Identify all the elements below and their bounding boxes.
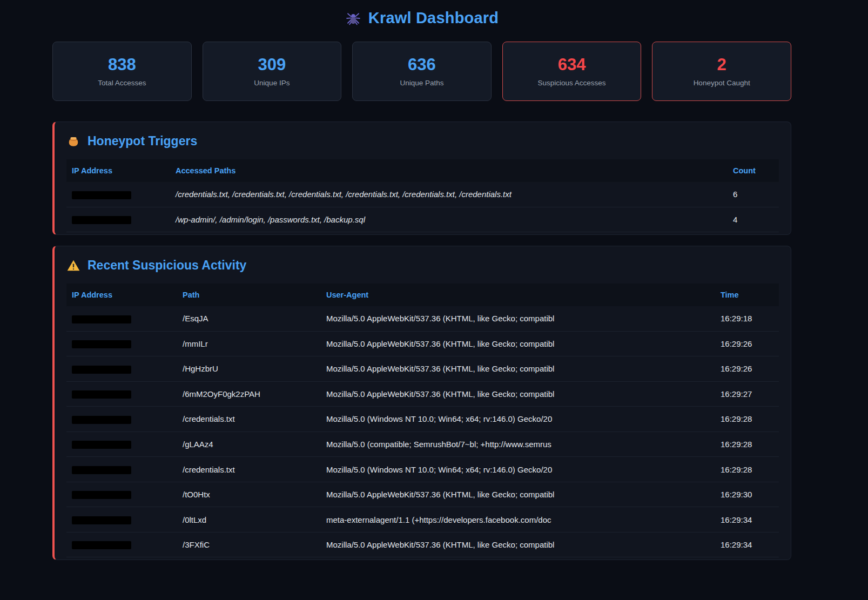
honeypot-table-header: IP Address Accessed Paths Count (66, 159, 779, 182)
suspicious-user-agent-cell: Mozilla/5.0 AppleWebKit/537.36 (KHTML, l… (321, 381, 715, 407)
suspicious-activity-table: IP Address Path User-Agent Time /EsqJA M… (66, 284, 779, 557)
stat-value: 2 (717, 56, 726, 73)
suspicious-panel-title: Recent Suspicious Activity (66, 258, 779, 273)
suspicious-activity-row: /HgHzbrU Mozilla/5.0 AppleWebKit/537.36 … (66, 356, 779, 382)
suspicious-activity-row: /EsqJA Mozilla/5.0 AppleWebKit/537.36 (K… (66, 306, 779, 331)
suspicious-col-path: Path (177, 284, 321, 306)
page-header: Krawl Dashboard (52, 0, 791, 27)
suspicious-ip-cell (66, 381, 177, 407)
honeypot-count-cell: 4 (728, 207, 779, 232)
suspicious-path-cell: /credentials.txt (177, 407, 321, 432)
redacted-ip-bar (72, 441, 131, 449)
suspicious-activity-row: /mmILr Mozilla/5.0 AppleWebKit/537.36 (K… (66, 331, 779, 356)
redacted-ip-bar (72, 466, 131, 474)
suspicious-ip-cell (66, 306, 177, 331)
suspicious-path-cell: /3FXfiC (177, 532, 321, 557)
stat-label: Total Accesses (98, 79, 146, 87)
page-title: Krawl Dashboard (368, 9, 499, 27)
suspicious-activity-row: /tO0Htx Mozilla/5.0 AppleWebKit/537.36 (… (66, 482, 779, 507)
stat-value: 636 (408, 56, 436, 73)
honeypot-paths-cell: /credentials.txt, /credentials.txt, /cre… (170, 182, 728, 207)
suspicious-time-cell: 16:29:26 (715, 331, 779, 356)
suspicious-path-cell: /mmILr (177, 331, 321, 356)
honeypot-table-body: /credentials.txt, /credentials.txt, /cre… (66, 182, 779, 232)
suspicious-table-body: /EsqJA Mozilla/5.0 AppleWebKit/537.36 (K… (66, 306, 779, 557)
stat-card: 2 Honeypot Caught (652, 42, 791, 101)
honeypot-col-count: Count (728, 159, 779, 182)
honeypot-count-cell: 6 (728, 182, 779, 207)
stats-row: 838 Total Accesses 309 Unique IPs 636 Un… (52, 42, 791, 101)
suspicious-path-cell: /credentials.txt (177, 457, 321, 482)
honeypot-row: /wp-admin/, /admin/login, /passwords.txt… (66, 207, 779, 232)
suspicious-ip-cell (66, 407, 177, 432)
suspicious-user-agent-cell: Mozilla/5.0 (compatible; SemrushBot/7~bl… (321, 432, 715, 457)
suspicious-activity-row: /0ltLxd meta-externalagent/1.1 (+https:/… (66, 507, 779, 532)
honeypot-icon (66, 134, 80, 149)
honeypot-col-accessed-paths: Accessed Paths (170, 159, 728, 182)
suspicious-user-agent-cell: Mozilla/5.0 (Windows NT 10.0; Win64; x64… (321, 407, 715, 432)
redacted-ip-bar (72, 191, 131, 199)
suspicious-user-agent-cell: meta-externalagent/1.1 (+https://develop… (321, 507, 715, 532)
suspicious-ip-cell (66, 356, 177, 382)
stat-value: 838 (108, 56, 136, 73)
suspicious-user-agent-cell: Mozilla/5.0 (Windows NT 10.0; Win64; x64… (321, 457, 715, 482)
honeypot-title-text: Honeypot Triggers (88, 134, 197, 149)
suspicious-ip-cell (66, 331, 177, 356)
suspicious-path-cell: /0ltLxd (177, 507, 321, 532)
suspicious-path-cell: /HgHzbrU (177, 356, 321, 382)
suspicious-col-time: Time (715, 284, 779, 306)
honeypot-col-ip-address: IP Address (66, 159, 170, 182)
stat-card: 309 Unique IPs (203, 42, 342, 101)
stat-label: Unique Paths (400, 79, 443, 87)
stat-label: Honeypot Caught (694, 79, 750, 87)
suspicious-time-cell: 16:29:27 (715, 381, 779, 407)
suspicious-table-header: IP Address Path User-Agent Time (66, 284, 779, 306)
suspicious-path-cell: /tO0Htx (177, 482, 321, 507)
warning-icon (66, 259, 80, 273)
suspicious-activity-row: /6mM2OyF0gk2zPAH Mozilla/5.0 AppleWebKit… (66, 381, 779, 407)
stat-label: Unique IPs (254, 79, 290, 87)
suspicious-time-cell: 16:29:34 (715, 532, 779, 557)
suspicious-activity-row: /gLAAz4 Mozilla/5.0 (compatible; Semrush… (66, 432, 779, 457)
honeypot-panel: Honeypot Triggers IP Address Accessed Pa… (52, 122, 791, 235)
stat-card: 636 Unique Paths (352, 42, 492, 101)
stat-label: Suspicious Accesses (538, 79, 606, 87)
suspicious-time-cell: 16:29:18 (715, 306, 779, 331)
redacted-ip-bar (72, 541, 131, 549)
suspicious-user-agent-cell: Mozilla/5.0 AppleWebKit/537.36 (KHTML, l… (321, 532, 715, 557)
suspicious-ip-cell (66, 532, 177, 557)
suspicious-ip-cell (66, 432, 177, 457)
suspicious-path-cell: /6mM2OyF0gk2zPAH (177, 381, 321, 407)
redacted-ip-bar (72, 340, 131, 348)
redacted-ip-bar (72, 516, 131, 524)
suspicious-title-text: Recent Suspicious Activity (88, 258, 246, 273)
suspicious-time-cell: 16:29:28 (715, 432, 779, 457)
honeypot-row: /credentials.txt, /credentials.txt, /cre… (66, 182, 779, 207)
spider-icon (345, 10, 361, 26)
suspicious-ip-cell (66, 482, 177, 507)
dashboard-container: Krawl Dashboard 838 Total Accesses 309 U… (52, 0, 791, 560)
redacted-ip-bar (72, 216, 131, 224)
suspicious-activity-row: /credentials.txt Mozilla/5.0 (Windows NT… (66, 407, 779, 432)
suspicious-user-agent-cell: Mozilla/5.0 AppleWebKit/537.36 (KHTML, l… (321, 306, 715, 331)
redacted-ip-bar (72, 390, 131, 399)
suspicious-time-cell: 16:29:26 (715, 356, 779, 382)
stat-value: 634 (558, 56, 586, 73)
honeypot-panel-title: Honeypot Triggers (66, 134, 779, 149)
honeypot-paths-cell: /wp-admin/, /admin/login, /passwords.txt… (170, 207, 728, 232)
suspicious-time-cell: 16:29:30 (715, 482, 779, 507)
suspicious-col-ip-address: IP Address (66, 284, 177, 306)
suspicious-activity-row: /credentials.txt Mozilla/5.0 (Windows NT… (66, 457, 779, 482)
suspicious-path-cell: /EsqJA (177, 306, 321, 331)
redacted-ip-bar (72, 491, 131, 499)
redacted-ip-bar (72, 366, 131, 374)
stat-card: 838 Total Accesses (52, 42, 192, 101)
suspicious-activity-row: /3FXfiC Mozilla/5.0 AppleWebKit/537.36 (… (66, 532, 779, 557)
suspicious-user-agent-cell: Mozilla/5.0 AppleWebKit/537.36 (KHTML, l… (321, 356, 715, 382)
redacted-ip-bar (72, 315, 131, 323)
suspicious-time-cell: 16:29:28 (715, 407, 779, 432)
suspicious-path-cell: /gLAAz4 (177, 432, 321, 457)
suspicious-user-agent-cell: Mozilla/5.0 AppleWebKit/537.36 (KHTML, l… (321, 331, 715, 356)
honeypot-ip-cell (66, 207, 170, 232)
suspicious-activity-panel: Recent Suspicious Activity IP Address Pa… (52, 246, 791, 560)
